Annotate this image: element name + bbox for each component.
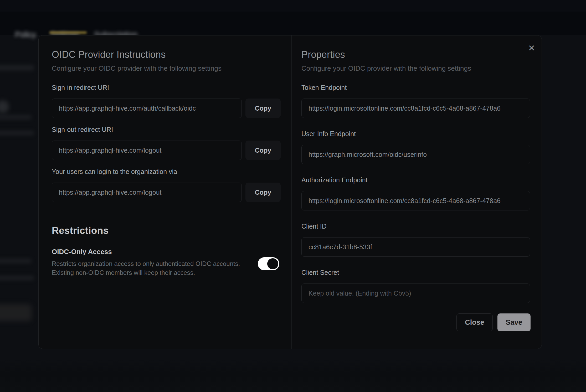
signout-redirect-label: Sign-out redirect URI <box>52 126 113 133</box>
authorization-endpoint-label: Authorization Endpoint <box>301 176 368 184</box>
copy-signout-button[interactable]: Copy <box>245 141 281 160</box>
save-button[interactable]: Save <box>497 313 531 331</box>
right-section-title: Properties <box>301 49 345 60</box>
client-id-input[interactable] <box>301 237 530 257</box>
org-login-input[interactable] <box>52 183 242 202</box>
oidc-only-access-description-2: Existing non-OIDC members will keep thei… <box>52 268 195 277</box>
token-endpoint-input[interactable] <box>301 99 530 118</box>
signin-redirect-input[interactable] <box>52 99 242 118</box>
tab-policy: Policy <box>15 30 36 39</box>
close-icon[interactable]: ✕ <box>525 42 538 54</box>
copy-signin-button[interactable]: Copy <box>245 99 281 118</box>
restrictions-divider <box>52 212 280 212</box>
blurred-text-fragment <box>0 115 32 119</box>
restrictions-heading: Restrictions <box>52 225 109 236</box>
userinfo-endpoint-input[interactable] <box>301 145 530 164</box>
token-endpoint-label: Token Endpoint <box>301 84 347 91</box>
signin-redirect-label: Sign-in redirect URI <box>52 84 109 91</box>
close-button[interactable]: Close <box>456 313 493 331</box>
oidc-only-access-toggle[interactable] <box>258 257 279 270</box>
blurred-button-fragment <box>0 304 32 321</box>
oidc-only-access-description-1: Restricts organization access to only au… <box>52 259 240 268</box>
org-login-label: Your users can login to the organization… <box>52 168 177 176</box>
copy-org-login-button[interactable]: Copy <box>245 183 281 202</box>
blurred-text-fragment <box>0 276 34 280</box>
left-section-title: OIDC Provider Instructions <box>52 49 166 60</box>
blurred-text-fragment <box>0 131 34 135</box>
top-strip <box>0 0 586 12</box>
background-tab-bar: Policy Settings Subscription <box>0 12 586 35</box>
blurred-text-fragment <box>0 259 32 263</box>
active-tab-underline <box>49 32 87 34</box>
signout-redirect-input[interactable] <box>52 141 242 160</box>
toggle-knob <box>267 258 278 269</box>
oidc-provider-modal: ✕ OIDC Provider Instructions Configure y… <box>38 35 542 349</box>
footer-band <box>0 359 586 392</box>
right-section-subtitle: Configure your OIDC provider with the fo… <box>301 64 471 73</box>
client-secret-label: Client Secret <box>301 269 339 276</box>
oidc-only-access-label: OIDC-Only Access <box>52 248 112 256</box>
blurred-icon-fragment <box>0 100 9 113</box>
blurred-text-fragment <box>0 65 34 70</box>
client-id-label: Client ID <box>301 223 327 230</box>
userinfo-endpoint-label: User Info Endpoint <box>301 130 356 138</box>
left-section-subtitle: Configure your OIDC provider with the fo… <box>52 64 222 73</box>
authorization-endpoint-input[interactable] <box>301 191 530 210</box>
client-secret-input[interactable] <box>301 283 530 303</box>
column-divider <box>291 35 292 349</box>
